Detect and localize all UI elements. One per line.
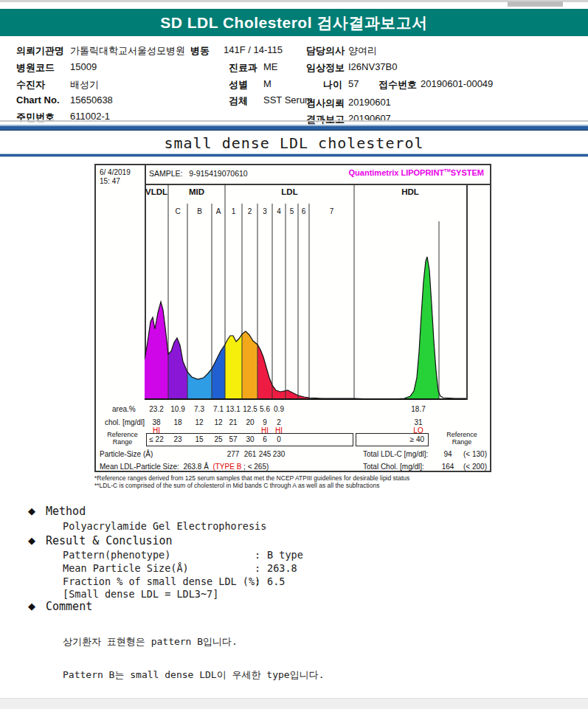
org-value: 가톨릭대학교서울성모병원 — [70, 44, 185, 58]
reported-value: 20190607 — [348, 113, 391, 124]
patient-label: 수진자 — [16, 78, 45, 91]
sample-id: 9-915419070610 — [189, 169, 247, 178]
ordered-label: 검사의뢰 — [306, 97, 345, 110]
method-heading: Method — [46, 505, 86, 518]
age-label: 나이 — [323, 78, 342, 91]
doctor-label: 담당의사 — [306, 44, 345, 58]
result-row-label: Pattern(phenotype) — [63, 549, 170, 561]
divider-gray — [0, 120, 588, 122]
chart-no-label: Chart No. — [16, 94, 60, 106]
right-inner-divider — [466, 184, 468, 400]
sample-label: SAMPLE: — [149, 169, 183, 178]
area-hdl-cell: 18.7 — [406, 405, 431, 413]
section-title: small dense LDL cholesterol — [0, 134, 588, 152]
comment-line: Pattern B는 small dense LDL이 우세한 type입니다. — [63, 669, 505, 680]
particle-size-label: Particle-Size (Å) — [100, 450, 153, 458]
ward-label: 병동 — [190, 44, 210, 58]
baseline — [145, 398, 466, 400]
total-ldl-value: 94 — [435, 450, 460, 458]
doctor-value: 양여리 — [348, 44, 377, 58]
result-row-sep: : — [255, 549, 260, 561]
chol-row-label: chol. [mg/dl] — [105, 418, 145, 426]
hospital-code-label: 병원코드 — [16, 61, 55, 75]
result-heading: Result & Conclusion — [46, 534, 173, 547]
clinical-label: 임상정보 — [306, 61, 345, 75]
result-bullet-icon: ◆ — [28, 535, 35, 546]
gel-curve-svg — [145, 184, 466, 400]
result-row-value: B type — [267, 549, 303, 561]
method-body: Polyacrylamide Gel Electrophoresis — [63, 520, 266, 532]
result-row-value: 6.5 — [267, 575, 285, 587]
dept-value: ME — [263, 61, 278, 72]
table-cell: 230 — [266, 450, 291, 458]
total-chol-label: Total Chol. [mg/dl]: — [363, 463, 424, 471]
divider-blue-thin — [0, 153, 588, 157]
mean-particle-label: Mean LDL-Particle Size: 263.8 Å (TYPE B … — [100, 463, 269, 471]
ward-value: 141F / 14-115 — [224, 44, 283, 55]
ordered-value: 20190601 — [348, 97, 391, 108]
rrn-label: 주민번호 — [16, 111, 55, 124]
comment-bullet-icon: ◆ — [28, 601, 35, 612]
chol-hdl-cell: 31 — [406, 418, 431, 426]
org-label: 의뢰기관명 — [16, 44, 64, 58]
reference-range-right-label: ReferenceRange — [437, 432, 487, 446]
mean-particle-row: Mean LDL-Particle Size: 263.8 Å (TYPE B … — [96, 463, 493, 471]
brand-logo-text: Quantimetrix LIPOPRINTTMSYSTEM — [349, 168, 484, 177]
result-row-sep: : — [255, 562, 260, 574]
sex-value: M — [263, 78, 271, 89]
total-chol-ref: (< 200) — [463, 463, 487, 471]
divider-blue-thick — [0, 125, 588, 131]
patient-name: 배성기 — [70, 78, 99, 91]
sample-id-row: SAMPLE: 9-915419070610 — [149, 169, 248, 178]
result-row-label: Fraction % of small dense LDL (%) — [63, 575, 260, 587]
footnote-1: *Reference ranges derived from 125 serum… — [94, 474, 409, 482]
comment-heading: Comment — [46, 600, 92, 613]
age-value: 57 — [348, 78, 359, 89]
specimen-label: 검체 — [229, 94, 248, 108]
comment-line: 상기환자 표현형은 pattern B입니다. — [63, 636, 505, 647]
table-cell: 0 — [266, 435, 291, 443]
table-cell: 2 — [266, 418, 291, 426]
particle-size-row: Particle-Size (Å) Total LDL-C [mg/dl]: 9… — [96, 450, 493, 459]
sex-label: 성별 — [229, 78, 248, 91]
patient-info: 의뢰기관명 가톨릭대학교서울성모병원 병동 141F / 14-115 담당의사… — [0, 0, 588, 120]
method-bullet-icon: ◆ — [28, 505, 35, 516]
report-page: { "ui": { "bullet": "◆" }, "header": { "… — [0, 0, 588, 709]
lipoprint-chart: 6/ 4/201915: 47 SAMPLE: 9-915419070610 Q… — [94, 164, 491, 472]
footer-gray-band — [0, 698, 588, 709]
total-ldl-ref: (< 130) — [463, 450, 487, 458]
total-ldl-label: Total LDL-C [mg/dl]: — [363, 450, 428, 458]
dept-label: 진료과 — [229, 61, 257, 75]
hospital-code-value: 15009 — [70, 61, 97, 72]
reference-values-row: ≤ 22231525573060 — [96, 435, 493, 444]
chart-no-value: 15650638 — [70, 94, 113, 106]
accession-value: 20190601-00049 — [421, 78, 493, 89]
result-row-value: 263.8 — [267, 562, 297, 574]
area-row-label: area.% — [112, 405, 136, 413]
total-chol-value: 164 — [435, 463, 460, 471]
specimen-value: SST Serum — [263, 94, 313, 106]
area-row: area.% 18.7 23.210.97.37.113.112.55.60.9 — [96, 405, 493, 414]
result-note: [Small dense LDL = LDL3~7] — [63, 588, 218, 600]
clinical-value: I26NV37B0 — [348, 61, 398, 72]
chart-datetime: 6/ 4/201915: 47 — [100, 168, 131, 186]
result-row-label: Mean Particle Size(Å) — [63, 562, 189, 574]
footnote-2: **LDL-C is comprised of the sum of chole… — [94, 482, 379, 489]
comment-body: 상기환자 표현형은 pattern B입니다. Pattern B는 small… — [63, 614, 505, 709]
result-row-sep: : — [255, 575, 260, 587]
table-cell: 0.9 — [266, 405, 291, 413]
accession-label: 접수번호 — [378, 78, 417, 91]
